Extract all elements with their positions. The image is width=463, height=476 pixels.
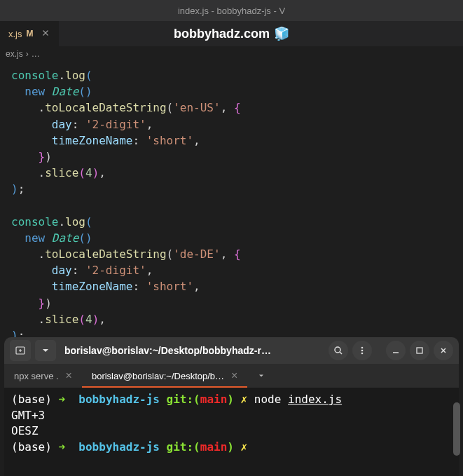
code-token: slice — [45, 166, 78, 179]
code-token: console — [11, 69, 58, 82]
window-titlebar: index.js - bobbyhadz-js - V — [0, 0, 463, 21]
code-token: toLocaleDateString — [45, 101, 166, 114]
terminal-tab[interactable]: npx serve . × — [4, 364, 82, 388]
terminal-text: ✗ — [241, 393, 248, 406]
arrow-icon: ➜ — [58, 393, 65, 406]
menu-button[interactable] — [352, 341, 372, 360]
code-token: console — [11, 215, 58, 229]
terminal-tab-label: borislav@borislav:~/Desktop/b… — [92, 371, 224, 381]
svg-point-1 — [335, 347, 340, 353]
terminal-text: bobbyhadz-js — [78, 440, 160, 454]
breadcrumb-file: ex.js — [6, 49, 23, 59]
terminal-text: ) — [227, 393, 234, 406]
terminal-panel: borislav@borislav:~/Desktop/bobbyhadz-r…… — [4, 337, 459, 476]
terminal-output[interactable]: (base) ➜ bobbyhadz-js git:(main) ✗ node … — [4, 388, 459, 476]
window-title: index.js - bobbyhadz-js - V — [178, 6, 285, 16]
code-token: new — [25, 231, 45, 245]
svg-point-2 — [361, 347, 364, 349]
close-icon[interactable]: × — [231, 369, 237, 382]
breadcrumb-rest: … — [32, 49, 40, 59]
breadcrumb[interactable]: ex.js › … — [0, 46, 463, 62]
terminal-text: node — [254, 393, 282, 406]
code-token: 'de-DE' — [173, 247, 220, 261]
terminal-tab-label: npx serve . — [14, 371, 59, 381]
code-token: day — [52, 264, 72, 277]
terminal-text: index.js — [288, 393, 342, 406]
code-token: log — [65, 215, 85, 229]
code-token: 'short' — [146, 134, 193, 147]
code-token: '2-digit' — [85, 264, 146, 277]
svg-rect-5 — [417, 348, 422, 353]
code-token: toLocaleDateString — [45, 247, 166, 261]
chevron-down-icon[interactable] — [247, 364, 275, 388]
terminal-text: (base) — [11, 440, 52, 454]
watermark-text: bobbyhadz.com — [174, 27, 270, 41]
minimize-button[interactable] — [386, 341, 406, 360]
watermark: bobbyhadz.com 🧊 — [174, 26, 289, 41]
terminal-title: borislav@borislav:~/Desktop/bobbyhadz-r… — [60, 345, 324, 356]
terminal-text: (base) — [11, 393, 52, 406]
terminal-text: ✗ — [241, 440, 248, 454]
tab-filename: x.js — [8, 29, 22, 39]
svg-point-4 — [361, 353, 364, 355]
chevron-right-icon: › — [26, 49, 29, 59]
terminal-tab-active[interactable]: borislav@borislav:~/Desktop/b… × — [82, 364, 247, 388]
terminal-text: main — [200, 440, 228, 454]
code-token: timeZoneName — [52, 280, 133, 293]
code-token: day — [52, 118, 72, 131]
close-icon[interactable] — [38, 27, 53, 41]
terminal-text: git:( — [167, 393, 200, 406]
maximize-button[interactable] — [410, 341, 429, 360]
code-token: log — [65, 69, 85, 82]
code-token: Date — [52, 231, 79, 245]
code-token: 4 — [85, 166, 92, 179]
svg-point-3 — [361, 350, 364, 352]
terminal-tabs: npx serve . × borislav@borislav:~/Deskto… — [4, 364, 459, 388]
terminal-text: git:( — [167, 440, 200, 454]
terminal-text: GMT+3 — [11, 409, 45, 422]
code-token: 4 — [85, 313, 92, 326]
close-icon[interactable]: × — [66, 369, 72, 382]
close-button[interactable] — [434, 341, 453, 360]
scrollbar[interactable] — [453, 402, 460, 456]
search-button[interactable] — [329, 341, 348, 360]
code-token: new — [25, 85, 45, 98]
terminal-text: OESZ — [11, 424, 39, 437]
tab-modified-indicator: M — [27, 29, 34, 39]
editor-tab[interactable]: x.js M — [0, 21, 59, 46]
editor-tabbar: x.js M bobbyhadz.com 🧊 — [0, 21, 463, 46]
code-token: '2-digit' — [85, 118, 146, 131]
arrow-icon: ➜ — [58, 440, 65, 454]
code-token: 'short' — [146, 280, 193, 293]
code-editor[interactable]: console.log( new Date() .toLocaleDateStr… — [0, 62, 463, 349]
code-token: Date — [52, 85, 79, 98]
terminal-titlebar: borislav@borislav:~/Desktop/bobbyhadz-r… — [4, 337, 459, 364]
code-token: 'en-US' — [173, 101, 220, 114]
code-token: slice — [45, 313, 78, 326]
terminal-text: main — [200, 393, 228, 406]
terminal-text: bobbyhadz-js — [78, 393, 160, 406]
dropdown-button[interactable] — [35, 340, 56, 361]
code-token: timeZoneName — [52, 134, 133, 147]
terminal-text: ) — [227, 440, 234, 454]
cube-icon: 🧊 — [274, 26, 289, 41]
new-tab-button[interactable] — [10, 340, 31, 361]
